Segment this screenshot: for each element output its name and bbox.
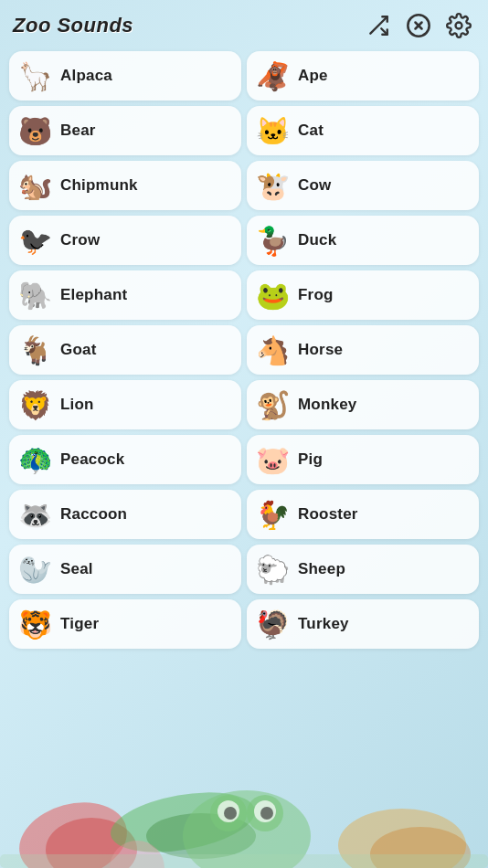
svg-point-11 [338, 809, 466, 868]
horse-label: Horse [298, 341, 343, 359]
svg-point-4 [183, 790, 311, 868]
animal-card-cat[interactable]: 🐱Cat [247, 106, 479, 155]
elephant-icon: 🐘 [18, 279, 51, 312]
animal-card-crow[interactable]: 🐦‍⬛Crow [9, 216, 241, 265]
raccoon-icon: 🦝 [18, 498, 51, 531]
svg-point-3 [146, 813, 256, 859]
svg-point-2 [106, 783, 260, 863]
bear-icon: 🐻 [18, 114, 51, 147]
animal-card-duck[interactable]: 🦆Duck [247, 216, 479, 265]
svg-point-12 [370, 827, 471, 868]
sheep-icon: 🐑 [256, 553, 289, 586]
peacock-label: Peacock [60, 450, 124, 469]
duck-icon: 🦆 [256, 224, 289, 257]
cat-label: Cat [298, 122, 324, 140]
svg-point-7 [217, 800, 239, 822]
duck-label: Duck [298, 231, 336, 249]
chipmunk-label: Chipmunk [60, 176, 138, 195]
app-title: Zoo Sounds [13, 14, 133, 37]
animal-card-pig[interactable]: 🐷Pig [247, 435, 479, 484]
animal-card-tiger[interactable]: 🐯Tiger [9, 599, 241, 649]
svg-rect-14 [0, 854, 488, 868]
animal-card-alpaca[interactable]: 🦙Alpaca [9, 51, 241, 101]
cat-icon: 🐱 [256, 114, 289, 147]
rooster-icon: 🐓 [256, 498, 289, 531]
seal-icon: 🦭 [18, 553, 51, 586]
horse-icon: 🐴 [256, 333, 289, 366]
pig-label: Pig [298, 450, 323, 469]
turkey-icon: 🦃 [256, 608, 289, 640]
seal-label: Seal [60, 560, 93, 578]
animal-card-rooster[interactable]: 🐓Rooster [247, 490, 479, 539]
animal-card-seal[interactable]: 🦭Seal [9, 545, 241, 594]
sheep-label: Sheep [298, 560, 345, 578]
animal-card-turkey[interactable]: 🦃Turkey [247, 599, 479, 649]
pig-icon: 🐷 [256, 443, 289, 476]
tiger-label: Tiger [60, 615, 99, 633]
animal-card-goat[interactable]: 🐐Goat [9, 325, 241, 375]
svg-point-6 [247, 795, 283, 831]
tiger-icon: 🐯 [18, 608, 51, 640]
lion-label: Lion [60, 396, 94, 414]
app-header: Zoo Sounds [0, 0, 488, 48]
svg-point-10 [260, 807, 273, 820]
header-icons [362, 9, 475, 42]
svg-point-0 [11, 791, 136, 868]
crow-icon: 🐦‍⬛ [18, 224, 51, 257]
cow-label: Cow [298, 176, 331, 195]
close-button[interactable] [402, 9, 435, 42]
chipmunk-icon: 🐿️ [18, 169, 51, 202]
elephant-label: Elephant [60, 286, 127, 304]
monkey-label: Monkey [298, 396, 357, 414]
goat-label: Goat [60, 341, 97, 359]
peacock-icon: 🦚 [18, 443, 51, 476]
animal-card-monkey[interactable]: 🐒Monkey [247, 380, 479, 429]
animal-grid: 🦙Alpaca🦧Ape🐻Bear🐱Cat🐿️Chipmunk🐮Cow🐦‍⬛Cro… [0, 48, 488, 658]
animal-card-lion[interactable]: 🦁Lion [9, 380, 241, 429]
alpaca-icon: 🦙 [18, 59, 51, 92]
crow-label: Crow [60, 231, 100, 249]
svg-point-5 [210, 795, 247, 831]
animal-card-horse[interactable]: 🐴Horse [247, 325, 479, 375]
turkey-label: Turkey [298, 615, 349, 633]
svg-point-9 [224, 807, 237, 820]
monkey-icon: 🐒 [256, 388, 289, 421]
shuffle-button[interactable] [362, 9, 395, 42]
cow-icon: 🐮 [256, 169, 289, 202]
animal-card-cow[interactable]: 🐮Cow [247, 161, 479, 210]
frog-icon: 🐸 [256, 279, 289, 312]
ape-icon: 🦧 [256, 59, 289, 92]
rooster-label: Rooster [298, 505, 358, 524]
svg-point-13 [110, 841, 164, 868]
animal-card-chipmunk[interactable]: 🐿️Chipmunk [9, 161, 241, 210]
bear-label: Bear [60, 122, 96, 140]
lion-icon: 🦁 [18, 388, 51, 421]
animal-card-frog[interactable]: 🐸Frog [247, 270, 479, 320]
animal-card-peacock[interactable]: 🦚Peacock [9, 435, 241, 484]
animal-card-raccoon[interactable]: 🦝Raccoon [9, 490, 241, 539]
frog-label: Frog [298, 286, 334, 304]
raccoon-label: Raccoon [60, 505, 127, 524]
animal-card-ape[interactable]: 🦧Ape [247, 51, 479, 101]
svg-point-8 [254, 800, 276, 822]
alpaca-label: Alpaca [60, 67, 112, 85]
animal-card-elephant[interactable]: 🐘Elephant [9, 270, 241, 320]
svg-point-1 [46, 818, 137, 868]
svg-point-20 [456, 23, 462, 29]
animal-card-bear[interactable]: 🐻Bear [9, 106, 241, 155]
ape-label: Ape [298, 67, 328, 85]
animal-card-sheep[interactable]: 🐑Sheep [247, 545, 479, 594]
settings-button[interactable] [442, 9, 475, 42]
goat-icon: 🐐 [18, 333, 51, 366]
